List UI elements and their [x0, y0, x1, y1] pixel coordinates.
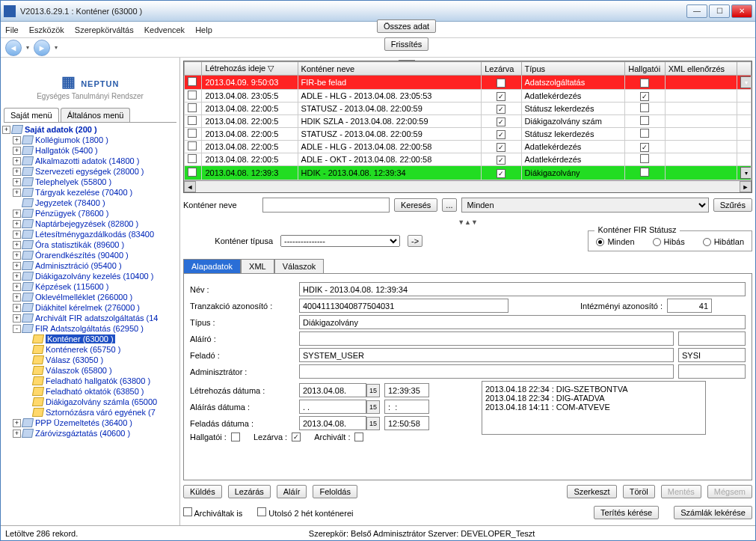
log-memo[interactable]: 2013.04.18 22:34 : DIG-SZETBONTVA 2013.0…	[482, 381, 706, 435]
type-select[interactable]: ---------------	[280, 235, 400, 247]
tree-node[interactable]: +Oklevélmelléklet (266000 )	[2, 292, 178, 302]
scroll-right[interactable]: ►	[740, 181, 752, 192]
statusbar: Letöltve 286 rekord. Szerepkör: Belső Ad…	[1, 525, 755, 540]
menu-file[interactable]: File	[5, 25, 19, 34]
cancel-button[interactable]: Mégsem	[707, 485, 752, 498]
radio-all[interactable]: Minden	[596, 237, 634, 246]
left-panel: ▦ NEPTUN Egységes Tanulmányi Rendszer Sa…	[1, 58, 180, 525]
table-row[interactable]: 2013.04.08. 22:00:5STATUSZ - 2013.04.08.…	[185, 128, 752, 141]
all-data-button[interactable]: Összes adat	[377, 19, 436, 33]
name-field[interactable]	[299, 282, 746, 296]
tree-node[interactable]: Válasz (63050 )	[2, 355, 178, 365]
archivalt-check[interactable]	[354, 433, 363, 441]
tree-node[interactable]: Feladható hallgatók (63800 )	[2, 376, 178, 386]
admin-field[interactable]	[299, 364, 674, 379]
tree-node[interactable]: Konténer (63000 )	[2, 334, 178, 344]
sender-field2[interactable]	[678, 348, 746, 362]
archived-also-check[interactable]	[183, 507, 192, 516]
tree-node[interactable]: +Órarendkészítés (90400 )	[2, 250, 178, 260]
radio-ok[interactable]: Hibátlan	[703, 237, 744, 246]
tree-node[interactable]: +Záróvizsgáztatás (40600 )	[2, 428, 178, 438]
tree-node[interactable]: Diákigazolvány számla (65000	[2, 397, 178, 407]
tree-node[interactable]: +Archivált FIR adatszolgáltatás (14	[2, 313, 178, 323]
tree-node[interactable]: Sztornózásra váró egyének (7	[2, 407, 178, 418]
tree-node[interactable]: +Hallgatók (5400 )	[2, 145, 178, 156]
szamlak-button[interactable]: Számlák lekérése	[674, 506, 752, 519]
signer-field[interactable]	[299, 331, 674, 346]
tree-node[interactable]: Jegyzetek (78400 )	[2, 198, 178, 208]
tree-node[interactable]: +Diákigazolvány kezelés (10400 )	[2, 271, 178, 281]
type-field[interactable]	[299, 315, 746, 329]
tab-own-menu[interactable]: Saját menü	[4, 108, 59, 122]
sender-field[interactable]	[299, 348, 674, 362]
send-date[interactable]	[299, 416, 366, 430]
menu-tools[interactable]: Eszközök	[29, 25, 64, 34]
sign-date[interactable]	[299, 400, 366, 414]
tree-node[interactable]: +Pénzügyek (78600 )	[2, 208, 178, 218]
tree-node[interactable]: +Naptárbejegyzések (82800 )	[2, 218, 178, 229]
tree-node[interactable]: +Szervezeti egységek (28000 )	[2, 166, 178, 177]
search-input[interactable]	[262, 198, 390, 213]
calendar-icon[interactable]: 15	[366, 384, 380, 397]
tab-xml[interactable]: XML	[241, 259, 274, 273]
sign-button[interactable]: Aláír	[277, 485, 307, 498]
radio-error[interactable]: Hibás	[653, 237, 685, 246]
edit-button[interactable]: Szerkeszt	[567, 485, 616, 498]
send-button[interactable]: Küldés	[183, 485, 222, 498]
tree-node[interactable]: +Képzések (115600 )	[2, 281, 178, 292]
terites-button[interactable]: Terítés kérése	[594, 506, 659, 519]
signer-field2[interactable]	[678, 331, 746, 346]
type-go-button[interactable]: ->	[408, 235, 422, 247]
table-row[interactable]: 2013.04.08. 12:39:3HDIK - 2013.04.08. 12…	[185, 166, 752, 180]
tree-node[interactable]: +Létesítménygazdálkodás (83400	[2, 229, 178, 239]
tree-node[interactable]: +Óra statisztikák (89600 )	[2, 239, 178, 250]
table-row[interactable]: 2013.04.08. 22:00:5ADLE - OKT - 2013.04.…	[185, 153, 752, 166]
last2weeks-check[interactable]	[257, 507, 266, 516]
table-row[interactable]: 2013.04.08. 22:00:5STATUSZ - 2013.04.08.…	[185, 103, 752, 115]
back-button[interactable]: ◄	[5, 40, 22, 56]
send-time[interactable]	[384, 416, 429, 430]
lezarva-check[interactable]: ✓	[292, 433, 301, 441]
tree-node[interactable]: Válaszok (65800 )	[2, 365, 178, 376]
filter-button[interactable]: Szűrés	[713, 198, 752, 212]
table-row[interactable]: 2013.04.08. 22:00:5ADLE - HLG - 2013.04.…	[185, 141, 752, 153]
scroll-left[interactable]: ◄	[184, 181, 196, 192]
table-row[interactable]: 2013.04.09. 9:50:03FIR-be felad✓Adatszol…	[185, 76, 752, 90]
table-row[interactable]: 2013.04.08. 23:05:5ADLE - HLG - 2013.04.…	[185, 90, 752, 103]
tree-node[interactable]: +Diákhitel kérelmek (276000 )	[2, 302, 178, 313]
refresh-button[interactable]: Frissítés	[384, 37, 429, 51]
sign-time[interactable]	[384, 400, 429, 414]
tree-node[interactable]: +PPP Üzemeltetés (36400 )	[2, 418, 178, 428]
search-button[interactable]: Keresés	[394, 198, 437, 212]
tree-node[interactable]: +Telephelyek (55800 )	[2, 177, 178, 187]
create-date[interactable]	[299, 383, 366, 397]
filter-select[interactable]: Minden	[461, 198, 709, 213]
close-container-button[interactable]: Lezárás	[228, 485, 271, 498]
tree-node[interactable]: +Alkalmazotti adatok (14800 )	[2, 156, 178, 166]
delete-button[interactable]: Töröl	[623, 485, 655, 498]
grid[interactable]: Létrehozás ideje ▽Konténer neveLezárvaTí…	[183, 61, 752, 193]
tree-node[interactable]: +Adminisztráció (95400 )	[2, 260, 178, 271]
create-time[interactable]	[384, 383, 429, 397]
institution-id-field[interactable]	[667, 299, 712, 313]
tree-node[interactable]: +Kollégiumok (1800 )	[2, 135, 178, 145]
tab-alapadatok[interactable]: Alapadatok	[183, 259, 241, 273]
save-button[interactable]: Mentés	[661, 485, 701, 498]
unlock-button[interactable]: Feloldás	[313, 485, 357, 498]
tree[interactable]: +Saját adatok (200 )+Kollégiumok (1800 )…	[1, 123, 179, 525]
tree-node[interactable]: -FIR Adatszolgáltatás (62950 )	[2, 323, 178, 334]
transaction-id-field[interactable]	[299, 299, 508, 313]
table-row[interactable]: 2013.04.08. 22:00:5HDIK SZLA - 2013.04.0…	[185, 115, 752, 128]
calendar-icon[interactable]: 15	[366, 400, 380, 414]
calendar-icon[interactable]: 15	[366, 417, 380, 430]
tree-node[interactable]: +Saját adatok (200 )	[2, 124, 178, 135]
tab-valaszok[interactable]: Válaszok	[274, 259, 325, 273]
search-more-button[interactable]: ...	[442, 198, 456, 212]
hallgatoi-check[interactable]	[231, 433, 240, 441]
tree-node[interactable]: +Tárgyak kezelése (70400 )	[2, 187, 178, 198]
tree-node[interactable]: Konténerek (65750 )	[2, 344, 178, 355]
admin-field2[interactable]	[678, 364, 746, 379]
tab-general-menu[interactable]: Általános menü	[61, 108, 131, 122]
tree-node[interactable]: Feladható oktatók (63850 )	[2, 386, 178, 397]
forward-button[interactable]: ►	[34, 40, 50, 56]
